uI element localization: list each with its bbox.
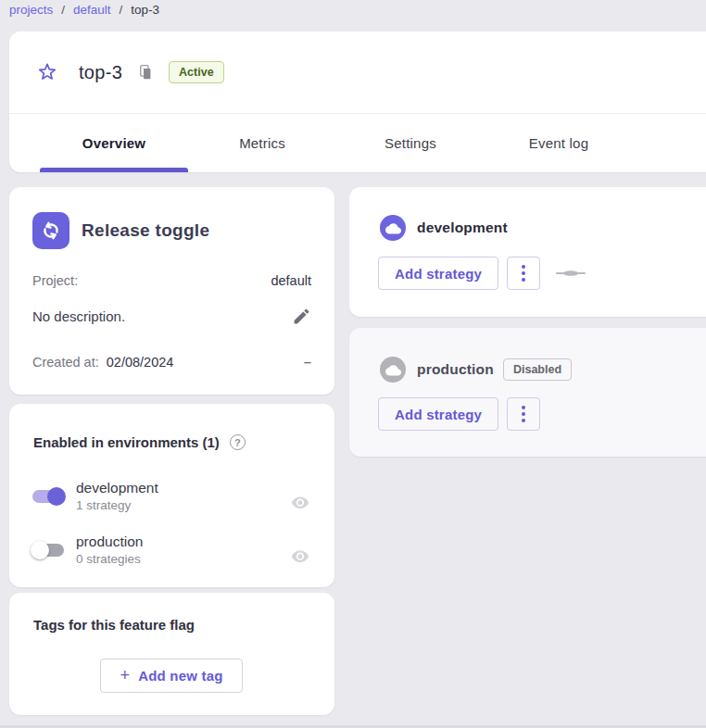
add-new-tag-button[interactable]: + Add new tag [100, 659, 243, 693]
tab-settings-label: Settings [385, 135, 436, 151]
plus-icon: + [120, 667, 130, 684]
add-strategy-button[interactable]: Add strategy [378, 257, 498, 290]
environment-name: development [76, 480, 158, 496]
tab-event-log[interactable]: Event log [485, 114, 633, 172]
favorite-star-icon[interactable] [37, 62, 57, 82]
breadcrumb-current: top-3 [131, 3, 159, 17]
preview-environment-button[interactable] [291, 488, 309, 518]
preview-environment-button[interactable] [291, 542, 309, 571]
environment-name: production [76, 533, 143, 550]
tab-metrics-label: Metrics [239, 135, 285, 151]
disabled-badge: Disabled [503, 358, 572, 381]
strategy-lens-icon [556, 269, 586, 278]
created-value: 02/08/2024 [107, 355, 174, 370]
kebab-dot [522, 419, 525, 422]
tab-event-log-label: Event log [529, 135, 588, 151]
eye-icon [291, 496, 309, 510]
kebab-dot [522, 412, 525, 416]
breadcrumb-link-default[interactable]: default [73, 3, 111, 17]
help-icon[interactable]: ? [230, 434, 246, 450]
kebab-dot [522, 406, 525, 409]
panel-environment-name: production [417, 361, 494, 378]
project-value: default [271, 273, 311, 288]
created-label: Created at: [32, 355, 99, 370]
cloud-icon [385, 222, 401, 234]
tags-card: Tags for this feature flag + Add new tag [9, 593, 334, 715]
environment-row-production: production 0 strategies [31, 531, 309, 571]
tab-overview-label: Overview [82, 135, 145, 151]
description-row: No description. [32, 307, 311, 326]
add-new-tag-label: Add new tag [138, 668, 222, 684]
project-row: Project: default [32, 273, 311, 288]
project-label: Project: [32, 273, 78, 288]
feature-header-card: top-3 Active Overview Metrics Settings E… [9, 31, 706, 172]
star-outline-icon [37, 62, 57, 82]
tab-settings[interactable]: Settings [336, 114, 485, 172]
description-text: No description. [32, 308, 125, 324]
development-strategy-panel: development Add strategy [349, 187, 706, 317]
panel-environment-name: development [417, 220, 508, 236]
add-strategy-button[interactable]: Add strategy [378, 397, 498, 431]
breadcrumb-link-projects[interactable]: projects [9, 3, 53, 17]
breadcrumb-separator: / [61, 3, 65, 17]
kebab-dot [522, 265, 525, 269]
page-title: top-3 [79, 62, 122, 83]
status-badge: Active [169, 61, 224, 83]
copy-icon [138, 64, 154, 81]
tab-metrics[interactable]: Metrics [188, 114, 336, 172]
eye-icon [291, 550, 309, 564]
development-environment-icon [380, 215, 406, 241]
production-strategy-panel: production Disabled Add strategy [349, 328, 706, 457]
created-row: Created at: 02/08/2024 – [32, 354, 311, 370]
feature-title-row: top-3 Active [9, 31, 706, 113]
environment-row-development: development 1 strategy [31, 477, 309, 518]
toggle-thumb [47, 487, 66, 506]
edit-description-button[interactable] [292, 307, 311, 326]
kebab-dot [522, 278, 525, 282]
flag-type-title: Release toggle [82, 220, 209, 241]
production-environment-icon [380, 357, 406, 383]
enabled-environments-card: Enabled in environments (1) ? developmen… [9, 404, 334, 587]
breadcrumb: projects / default / top-3 [9, 3, 159, 17]
pencil-icon [292, 307, 311, 326]
sync-arrows-icon [40, 220, 62, 242]
release-toggle-icon [32, 212, 69, 249]
flag-type-card: Release toggle Project: default No descr… [9, 187, 334, 395]
tags-title: Tags for this feature flag [33, 617, 195, 633]
production-toggle[interactable] [31, 541, 66, 559]
environment-strategy-count: 0 strategies [76, 552, 143, 566]
tab-bar: Overview Metrics Settings Event log [9, 113, 706, 172]
enabled-environments-title: Enabled in environments (1) [33, 434, 220, 450]
tab-overview[interactable]: Overview [40, 114, 188, 172]
cloud-icon [385, 364, 401, 376]
more-actions-button[interactable] [507, 397, 540, 431]
environment-strategy-count: 1 strategy [76, 498, 158, 512]
breadcrumb-separator: / [120, 3, 123, 17]
more-actions-button[interactable] [507, 257, 540, 290]
toggle-thumb [31, 541, 49, 559]
kebab-dot [522, 271, 525, 275]
copy-name-button[interactable] [137, 64, 154, 81]
development-toggle[interactable] [31, 487, 66, 506]
lifecycle-dash: – [304, 354, 311, 370]
